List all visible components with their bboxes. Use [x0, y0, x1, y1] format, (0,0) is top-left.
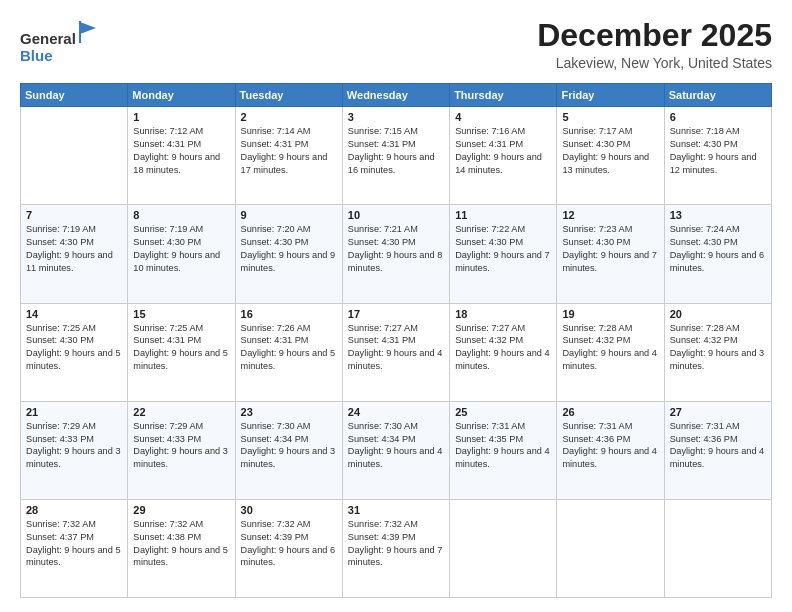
- table-cell: 30 Sunrise: 7:32 AMSunset: 4:39 PMDaylig…: [235, 499, 342, 597]
- day-info: Sunrise: 7:21 AMSunset: 4:30 PMDaylight:…: [348, 223, 444, 275]
- day-info: Sunrise: 7:24 AMSunset: 4:30 PMDaylight:…: [670, 223, 766, 275]
- table-cell: [450, 499, 557, 597]
- week-row-4: 21 Sunrise: 7:29 AMSunset: 4:33 PMDaylig…: [21, 401, 772, 499]
- table-cell: 25 Sunrise: 7:31 AMSunset: 4:35 PMDaylig…: [450, 401, 557, 499]
- day-info: Sunrise: 7:31 AMSunset: 4:36 PMDaylight:…: [562, 420, 658, 472]
- col-sunday: Sunday: [21, 84, 128, 107]
- logo: General Blue: [20, 22, 98, 65]
- day-info: Sunrise: 7:28 AMSunset: 4:32 PMDaylight:…: [670, 322, 766, 374]
- day-number: 29: [133, 504, 229, 516]
- day-number: 23: [241, 406, 337, 418]
- table-cell: 14 Sunrise: 7:25 AMSunset: 4:30 PMDaylig…: [21, 303, 128, 401]
- day-number: 20: [670, 308, 766, 320]
- day-number: 7: [26, 209, 122, 221]
- day-info: Sunrise: 7:28 AMSunset: 4:32 PMDaylight:…: [562, 322, 658, 374]
- day-number: 19: [562, 308, 658, 320]
- day-number: 22: [133, 406, 229, 418]
- day-number: 18: [455, 308, 551, 320]
- calendar-title: December 2025: [537, 18, 772, 53]
- day-info: Sunrise: 7:32 AMSunset: 4:39 PMDaylight:…: [241, 518, 337, 570]
- day-number: 5: [562, 111, 658, 123]
- day-number: 17: [348, 308, 444, 320]
- table-cell: 23 Sunrise: 7:30 AMSunset: 4:34 PMDaylig…: [235, 401, 342, 499]
- col-thursday: Thursday: [450, 84, 557, 107]
- day-info: Sunrise: 7:32 AMSunset: 4:37 PMDaylight:…: [26, 518, 122, 570]
- day-number: 21: [26, 406, 122, 418]
- table-cell: 12 Sunrise: 7:23 AMSunset: 4:30 PMDaylig…: [557, 205, 664, 303]
- day-number: 1: [133, 111, 229, 123]
- table-cell: 10 Sunrise: 7:21 AMSunset: 4:30 PMDaylig…: [342, 205, 449, 303]
- table-cell: 16 Sunrise: 7:26 AMSunset: 4:31 PMDaylig…: [235, 303, 342, 401]
- day-info: Sunrise: 7:32 AMSunset: 4:39 PMDaylight:…: [348, 518, 444, 570]
- table-cell: 27 Sunrise: 7:31 AMSunset: 4:36 PMDaylig…: [664, 401, 771, 499]
- day-info: Sunrise: 7:25 AMSunset: 4:30 PMDaylight:…: [26, 322, 122, 374]
- logo-blue-text: Blue: [20, 47, 53, 64]
- day-number: 2: [241, 111, 337, 123]
- day-info: Sunrise: 7:14 AMSunset: 4:31 PMDaylight:…: [241, 125, 337, 177]
- table-cell: 3 Sunrise: 7:15 AMSunset: 4:31 PMDayligh…: [342, 107, 449, 205]
- day-info: Sunrise: 7:17 AMSunset: 4:30 PMDaylight:…: [562, 125, 658, 177]
- day-number: 30: [241, 504, 337, 516]
- day-number: 6: [670, 111, 766, 123]
- day-info: Sunrise: 7:15 AMSunset: 4:31 PMDaylight:…: [348, 125, 444, 177]
- table-cell: [557, 499, 664, 597]
- day-info: Sunrise: 7:19 AMSunset: 4:30 PMDaylight:…: [26, 223, 122, 275]
- day-number: 26: [562, 406, 658, 418]
- col-monday: Monday: [128, 84, 235, 107]
- day-number: 31: [348, 504, 444, 516]
- table-cell: 22 Sunrise: 7:29 AMSunset: 4:33 PMDaylig…: [128, 401, 235, 499]
- week-row-2: 7 Sunrise: 7:19 AMSunset: 4:30 PMDayligh…: [21, 205, 772, 303]
- day-number: 16: [241, 308, 337, 320]
- table-cell: 11 Sunrise: 7:22 AMSunset: 4:30 PMDaylig…: [450, 205, 557, 303]
- day-number: 24: [348, 406, 444, 418]
- table-cell: 1 Sunrise: 7:12 AMSunset: 4:31 PMDayligh…: [128, 107, 235, 205]
- table-cell: 28 Sunrise: 7:32 AMSunset: 4:37 PMDaylig…: [21, 499, 128, 597]
- table-cell: 9 Sunrise: 7:20 AMSunset: 4:30 PMDayligh…: [235, 205, 342, 303]
- table-cell: 19 Sunrise: 7:28 AMSunset: 4:32 PMDaylig…: [557, 303, 664, 401]
- table-cell: 31 Sunrise: 7:32 AMSunset: 4:39 PMDaylig…: [342, 499, 449, 597]
- logo-flag-icon: [78, 20, 98, 44]
- table-cell: 6 Sunrise: 7:18 AMSunset: 4:30 PMDayligh…: [664, 107, 771, 205]
- week-row-3: 14 Sunrise: 7:25 AMSunset: 4:30 PMDaylig…: [21, 303, 772, 401]
- table-cell: 29 Sunrise: 7:32 AMSunset: 4:38 PMDaylig…: [128, 499, 235, 597]
- day-number: 3: [348, 111, 444, 123]
- day-number: 11: [455, 209, 551, 221]
- table-cell: 24 Sunrise: 7:30 AMSunset: 4:34 PMDaylig…: [342, 401, 449, 499]
- day-number: 14: [26, 308, 122, 320]
- col-tuesday: Tuesday: [235, 84, 342, 107]
- header-row: Sunday Monday Tuesday Wednesday Thursday…: [21, 84, 772, 107]
- day-info: Sunrise: 7:27 AMSunset: 4:31 PMDaylight:…: [348, 322, 444, 374]
- calendar-table: Sunday Monday Tuesday Wednesday Thursday…: [20, 83, 772, 598]
- table-cell: 7 Sunrise: 7:19 AMSunset: 4:30 PMDayligh…: [21, 205, 128, 303]
- day-info: Sunrise: 7:12 AMSunset: 4:31 PMDaylight:…: [133, 125, 229, 177]
- header: General Blue December 2025 Lakeview, New…: [20, 18, 772, 71]
- page: General Blue December 2025 Lakeview, New…: [0, 0, 792, 612]
- svg-marker-0: [80, 22, 96, 34]
- day-info: Sunrise: 7:29 AMSunset: 4:33 PMDaylight:…: [133, 420, 229, 472]
- table-cell: 8 Sunrise: 7:19 AMSunset: 4:30 PMDayligh…: [128, 205, 235, 303]
- day-number: 10: [348, 209, 444, 221]
- table-cell: 26 Sunrise: 7:31 AMSunset: 4:36 PMDaylig…: [557, 401, 664, 499]
- table-cell: [21, 107, 128, 205]
- day-number: 25: [455, 406, 551, 418]
- table-cell: 21 Sunrise: 7:29 AMSunset: 4:33 PMDaylig…: [21, 401, 128, 499]
- week-row-1: 1 Sunrise: 7:12 AMSunset: 4:31 PMDayligh…: [21, 107, 772, 205]
- day-info: Sunrise: 7:20 AMSunset: 4:30 PMDaylight:…: [241, 223, 337, 275]
- day-number: 8: [133, 209, 229, 221]
- day-info: Sunrise: 7:25 AMSunset: 4:31 PMDaylight:…: [133, 322, 229, 374]
- day-info: Sunrise: 7:18 AMSunset: 4:30 PMDaylight:…: [670, 125, 766, 177]
- day-number: 12: [562, 209, 658, 221]
- day-info: Sunrise: 7:22 AMSunset: 4:30 PMDaylight:…: [455, 223, 551, 275]
- table-cell: 15 Sunrise: 7:25 AMSunset: 4:31 PMDaylig…: [128, 303, 235, 401]
- day-number: 13: [670, 209, 766, 221]
- table-cell: 18 Sunrise: 7:27 AMSunset: 4:32 PMDaylig…: [450, 303, 557, 401]
- day-info: Sunrise: 7:30 AMSunset: 4:34 PMDaylight:…: [348, 420, 444, 472]
- day-number: 15: [133, 308, 229, 320]
- col-friday: Friday: [557, 84, 664, 107]
- day-number: 4: [455, 111, 551, 123]
- day-info: Sunrise: 7:30 AMSunset: 4:34 PMDaylight:…: [241, 420, 337, 472]
- day-info: Sunrise: 7:29 AMSunset: 4:33 PMDaylight:…: [26, 420, 122, 472]
- title-block: December 2025 Lakeview, New York, United…: [537, 18, 772, 71]
- table-cell: [664, 499, 771, 597]
- day-info: Sunrise: 7:27 AMSunset: 4:32 PMDaylight:…: [455, 322, 551, 374]
